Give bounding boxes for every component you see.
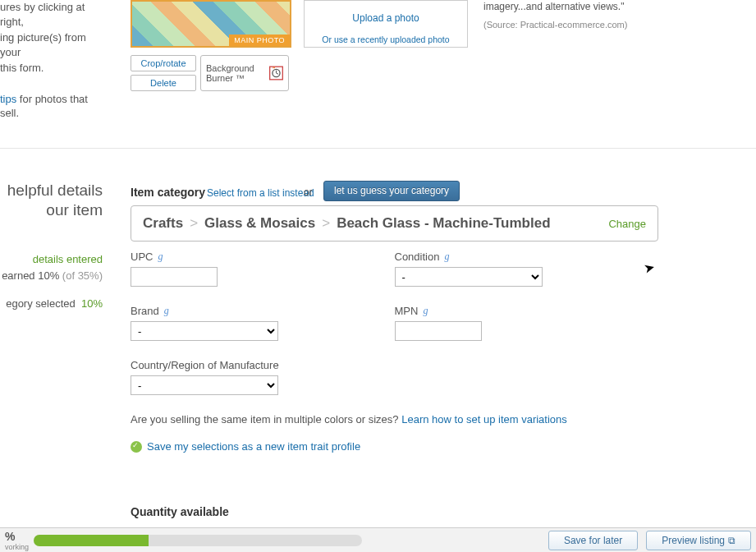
variations-link[interactable]: Learn how to set up item variations [401,413,567,426]
background-burner-icon [269,62,283,84]
progress-summary: details entered earned 10% (of 35%) egor… [0,253,103,311]
earned-suffix: (of 35%) [62,269,103,282]
section-heading-line1: helpful details [0,181,103,200]
completion-percent: % vorking [5,530,29,551]
photo-tips-line: tips for photos that sell. [0,92,107,121]
background-burner-label: Background Burner ™ [206,63,264,83]
earned-prefix: earned 10% [2,269,62,282]
info-icon[interactable]: g [158,251,163,263]
save-for-later-button[interactable]: Save for later [548,531,638,550]
save-trait-profile-link[interactable]: Save my selections as a new item trait p… [131,440,658,453]
mpn-label: MPN [395,305,419,317]
help-line: ures by clicking at right, [0,0,107,29]
crumb-segment: Beach Glass - Machine-Tumbled [337,215,550,232]
pro-tip-quote: imagery...and alternative views." (Sourc… [483,0,730,31]
completion-progress-bar [34,535,362,546]
country-select[interactable]: - [131,375,278,395]
item-category-heading: Item category [131,186,205,199]
variations-prompt: Are you selling the same item in multipl… [131,413,658,426]
info-icon[interactable]: g [164,305,169,317]
or-text: or [304,186,313,198]
condition-select[interactable]: - [395,267,543,287]
country-label: Country/Region of Manufacture [131,359,279,371]
upc-label: UPC [131,251,153,263]
preview-listing-label: Preview listing [662,535,725,546]
mpn-input[interactable] [395,321,482,341]
crumb-separator-icon: > [322,215,330,232]
crumb-separator-icon: > [190,215,198,232]
condition-label: Condition [395,251,440,263]
completion-progress-fill [34,535,149,546]
delete-photo-button[interactable]: Delete [131,75,196,91]
brand-select[interactable]: - [131,321,278,341]
checkmark-icon [131,441,142,453]
guess-category-button[interactable]: let us guess your category [323,181,460,201]
info-icon[interactable]: g [423,305,428,317]
details-entered-label: details entered [33,253,103,265]
upload-photo-link[interactable]: Upload a photo [304,12,468,24]
bottom-bar: % vorking Save for later Preview listing… [0,527,756,552]
category-pct: 10% [81,297,103,310]
main-photo-thumbnail[interactable]: MAIN PHOTO [131,0,291,48]
help-line: this form. [0,61,107,76]
upc-input[interactable] [131,267,218,287]
crumb-segment: Crafts [143,215,183,232]
change-category-link[interactable]: Change [608,218,646,230]
preview-listing-button[interactable]: Preview listing ⧉ [646,531,751,550]
category-selected-label: egory selected [6,297,76,310]
item-traits-form: UPCg Conditiong - Brandg - MPNg Country/… [131,251,658,453]
brand-label: Brand [131,305,159,317]
crumb-segment: Glass & Mosaics [204,215,315,232]
photos-region: ures by clicking at right, ing picture(s… [0,0,756,148]
select-from-list-link[interactable]: Select from a list instead [207,187,314,199]
photo-buttons: Crop/rotate Delete Background Burner ™ [131,55,289,91]
help-line: ing picture(s) from your [0,30,107,59]
completion-sub: vorking [5,543,29,551]
save-trait-profile-label: Save my selections as a new item trait p… [147,440,360,453]
crop-rotate-button[interactable]: Crop/rotate [131,55,196,71]
external-link-icon: ⧉ [728,535,735,546]
pro-tip-source: (Source: Practical-ecommerce.com) [483,19,730,31]
section-heading-line2: our item [0,200,103,220]
category-breadcrumb: Crafts > Glass & Mosaics > Beach Glass -… [143,215,551,232]
section-sidebar: helpful details our item details entered… [0,181,103,310]
background-burner-button[interactable]: Background Burner ™ [200,55,289,91]
quantity-heading: Quantity available [131,505,229,518]
photo-help-text: ures by clicking at right, ing picture(s… [0,0,107,122]
main-photo-badge: MAIN PHOTO [229,34,290,46]
use-recent-photo-link[interactable]: Or use a recently uploaded photo [304,34,468,44]
variations-question: Are you selling the same item in multipl… [131,413,401,426]
pro-tip-text: imagery...and alternative views." [483,0,730,14]
info-icon[interactable]: g [444,251,449,263]
section-divider [0,148,756,149]
photo-tips-link[interactable]: tips [0,93,16,105]
category-breadcrumb-box: Crafts > Glass & Mosaics > Beach Glass -… [131,205,658,242]
